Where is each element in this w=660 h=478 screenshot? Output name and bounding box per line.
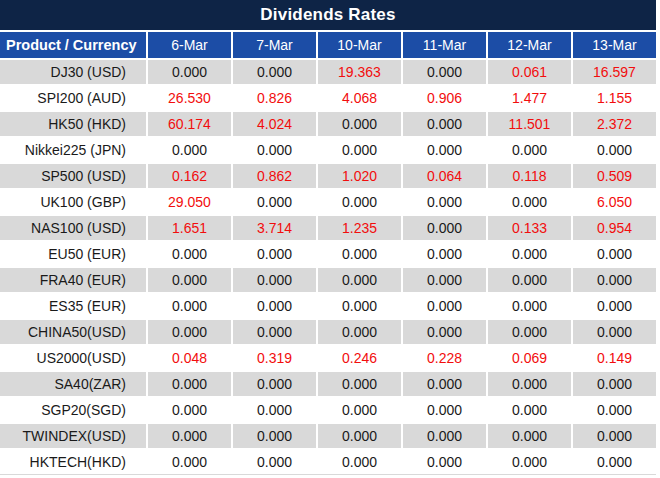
value-cell: 0.000	[403, 112, 486, 136]
value-cell: 0.000	[403, 138, 486, 162]
value-cell: 0.000	[148, 294, 231, 318]
value-cell: 0.000	[318, 190, 401, 214]
value-cell: 0.000	[148, 424, 231, 448]
product-cell: DJ30 (USD)	[0, 60, 146, 84]
value-cell: 1.155	[573, 86, 656, 110]
value-cell: 0.000	[488, 268, 571, 292]
value-cell: 0.000	[488, 242, 571, 266]
value-cell: 19.363	[318, 60, 401, 84]
value-cell: 6.050	[573, 190, 656, 214]
value-cell: 4.068	[318, 86, 401, 110]
column-header-product-currency: Product / Currency	[0, 32, 146, 58]
column-header-date-1: 6-Mar	[148, 32, 231, 58]
value-cell: 0.000	[233, 372, 316, 396]
value-cell: 0.000	[403, 424, 486, 448]
dividends-rates-table: Dividends Rates Product / Currency 6-Mar…	[0, 0, 656, 475]
value-cell: 16.597	[573, 60, 656, 84]
value-cell: 0.000	[233, 138, 316, 162]
value-cell: 0.000	[488, 372, 571, 396]
value-cell: 0.000	[573, 268, 656, 292]
value-cell: 1.020	[318, 164, 401, 188]
value-cell: 0.000	[233, 424, 316, 448]
value-cell: 0.048	[148, 346, 231, 370]
value-cell: 0.000	[403, 216, 486, 240]
value-cell: 0.000	[488, 320, 571, 344]
product-cell: HK50 (HKD)	[0, 112, 146, 136]
value-cell: 0.906	[403, 86, 486, 110]
product-cell: FRA40 (EUR)	[0, 268, 146, 292]
value-cell: 0.000	[318, 320, 401, 344]
value-cell: 0.000	[233, 450, 316, 474]
value-cell: 1.477	[488, 86, 571, 110]
value-cell: 0.000	[233, 294, 316, 318]
value-cell: 1.235	[318, 216, 401, 240]
column-header-date-2: 7-Mar	[233, 32, 316, 58]
value-cell: 0.000	[488, 190, 571, 214]
value-cell: 0.000	[233, 398, 316, 422]
value-cell: 1.651	[148, 216, 231, 240]
value-cell: 0.000	[403, 190, 486, 214]
value-cell: 0.000	[403, 60, 486, 84]
value-cell: 0.064	[403, 164, 486, 188]
product-cell: US2000(USD)	[0, 346, 146, 370]
value-cell: 0.000	[488, 398, 571, 422]
value-cell: 26.530	[148, 86, 231, 110]
value-cell: 0.000	[573, 450, 656, 474]
value-cell: 0.000	[233, 320, 316, 344]
value-cell: 0.000	[148, 398, 231, 422]
value-cell: 0.000	[573, 320, 656, 344]
value-cell: 0.000	[148, 60, 231, 84]
value-cell: 0.000	[148, 320, 231, 344]
column-header-date-4: 11-Mar	[403, 32, 486, 58]
value-cell: 0.000	[403, 398, 486, 422]
value-cell: 0.000	[403, 294, 486, 318]
product-cell: HKTECH(HKD)	[0, 450, 146, 474]
value-cell: 0.000	[488, 450, 571, 474]
value-cell: 0.000	[403, 242, 486, 266]
value-cell: 0.118	[488, 164, 571, 188]
value-cell: 0.000	[318, 138, 401, 162]
value-cell: 3.714	[233, 216, 316, 240]
value-cell: 0.000	[318, 242, 401, 266]
value-cell: 0.000	[403, 450, 486, 474]
value-cell: 0.000	[573, 398, 656, 422]
product-cell: NAS100 (USD)	[0, 216, 146, 240]
value-cell: 2.372	[573, 112, 656, 136]
value-cell: 0.246	[318, 346, 401, 370]
value-cell: 0.000	[148, 242, 231, 266]
value-cell: 0.509	[573, 164, 656, 188]
product-cell: SA40(ZAR)	[0, 372, 146, 396]
value-cell: 0.826	[233, 86, 316, 110]
value-cell: 0.149	[573, 346, 656, 370]
product-cell: SPI200 (AUD)	[0, 86, 146, 110]
value-cell: 0.000	[148, 138, 231, 162]
value-cell: 60.174	[148, 112, 231, 136]
value-cell: 0.000	[573, 372, 656, 396]
value-cell: 0.133	[488, 216, 571, 240]
dividends-rates-sheet: Dividends Rates Product / Currency 6-Mar…	[0, 0, 660, 478]
value-cell: 0.954	[573, 216, 656, 240]
product-cell: TWINDEX(USD)	[0, 424, 146, 448]
value-cell: 0.228	[403, 346, 486, 370]
product-cell: SP500 (USD)	[0, 164, 146, 188]
product-cell: CHINA50(USD)	[0, 320, 146, 344]
value-cell: 0.319	[233, 346, 316, 370]
value-cell: 0.000	[573, 424, 656, 448]
value-cell: 0.000	[318, 268, 401, 292]
value-cell: 0.000	[488, 138, 571, 162]
value-cell: 0.000	[233, 190, 316, 214]
product-cell: SGP20(SGD)	[0, 398, 146, 422]
column-header-date-6: 13-Mar	[573, 32, 656, 58]
value-cell: 29.050	[148, 190, 231, 214]
column-header-date-5: 12-Mar	[488, 32, 571, 58]
value-cell: 0.000	[403, 320, 486, 344]
product-cell: Nikkei225 (JPN)	[0, 138, 146, 162]
value-cell: 0.862	[233, 164, 316, 188]
value-cell: 4.024	[233, 112, 316, 136]
value-cell: 0.000	[488, 424, 571, 448]
value-cell: 0.000	[233, 268, 316, 292]
value-cell: 0.000	[573, 138, 656, 162]
value-cell: 0.000	[403, 372, 486, 396]
value-cell: 0.000	[403, 268, 486, 292]
product-cell: ES35 (EUR)	[0, 294, 146, 318]
